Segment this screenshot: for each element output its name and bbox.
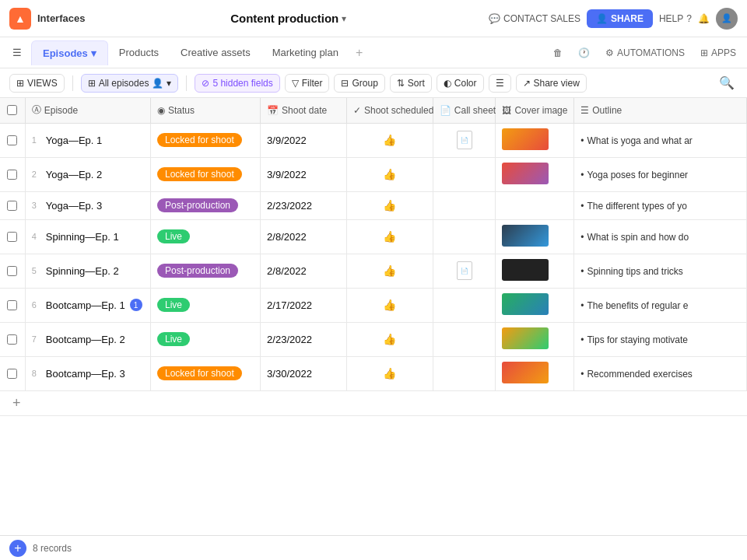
row-select-1[interactable] — [7, 170, 17, 180]
outline-cell-2: The different types of yo — [574, 191, 747, 219]
tab-episodes[interactable]: Episodes ▾ — [31, 40, 108, 65]
header-outline[interactable]: ☰ Outline — [574, 98, 747, 123]
row-select-2[interactable] — [7, 201, 17, 211]
group-button[interactable]: ⊟ Group — [334, 74, 384, 93]
all-episodes-view-button[interactable]: ⊞ All episodes 👤 ▾ — [81, 74, 179, 93]
share-view-icon: ↗ — [523, 78, 531, 89]
share-view-button[interactable]: ↗ Share view — [516, 74, 587, 93]
add-record-button[interactable]: + — [9, 540, 26, 557]
toolbar: ⊞ VIEWS ⊞ All episodes 👤 ▾ ⊘ 5 hidden fi… — [0, 68, 747, 98]
help-label: HELP — [659, 13, 683, 24]
row-select-5[interactable] — [7, 300, 17, 310]
table-row[interactable]: 1 Yoga—Ep. 1 Locked for shoot 3/9/2022 👍… — [0, 123, 747, 157]
row-checkbox-5[interactable] — [0, 288, 25, 322]
shoot-date-2: 2/23/2022 — [267, 200, 312, 212]
search-button[interactable]: 🔍 — [716, 72, 738, 93]
shoot-date-1: 3/9/2022 — [267, 169, 307, 180]
table-row[interactable]: 8 Bootcamp—Ep. 3 Locked for shoot 3/30/2… — [0, 356, 747, 390]
table-row[interactable]: 5 Spinning—Ep. 2 Post-production 2/8/202… — [0, 254, 747, 288]
episode-col-label: Episode — [44, 105, 78, 116]
episode-cell-1: 2 Yoga—Ep. 2 — [25, 157, 150, 191]
automations-icon: ⚙ — [605, 47, 614, 58]
header-cover-image[interactable]: 🖼 Cover image — [496, 98, 574, 123]
tab-creative-assets[interactable]: Creative assets — [170, 40, 261, 65]
cover-img-0 — [502, 128, 549, 150]
row-checkbox-7[interactable] — [0, 356, 25, 390]
callsheet-col-icon: 📄 — [440, 105, 451, 116]
select-all-checkbox[interactable] — [7, 105, 17, 115]
table-container[interactable]: Ⓐ Episode ◉ Status 📅 Shoot date — [0, 98, 747, 535]
top-nav-right: 💬 CONTACT SALES 👤 SHARE HELP ? 🔔 👤 — [489, 8, 738, 30]
contact-sales-button[interactable]: 💬 CONTACT SALES — [489, 13, 580, 24]
scheduled-check-6: 👍 — [383, 333, 396, 345]
row-select-0[interactable] — [7, 135, 17, 145]
share-button[interactable]: 👤 SHARE — [587, 9, 653, 28]
header-shoot-date[interactable]: 📅 Shoot date — [261, 98, 347, 123]
row-checkbox-1[interactable] — [0, 157, 25, 191]
add-tab-button[interactable]: + — [349, 43, 369, 63]
header-status[interactable]: ◉ Status — [151, 98, 261, 123]
title-chevron[interactable]: ▾ — [342, 13, 346, 24]
row-select-4[interactable] — [7, 266, 17, 276]
header-shoot-scheduled[interactable]: ✓ Shoot scheduled — [346, 98, 433, 123]
row-checkbox-3[interactable] — [0, 219, 25, 254]
cover-image-col-label: Cover image — [514, 105, 567, 116]
tab-products[interactable]: Products — [108, 40, 170, 65]
status-col-label: Status — [168, 105, 195, 116]
avatar-button[interactable]: 👤 — [716, 8, 738, 30]
row-number-1: 2 — [32, 170, 41, 179]
status-badge-7: Locked for shoot — [157, 366, 242, 380]
table-row[interactable]: 3 Yoga—Ep. 3 Post-production 2/23/2022 👍… — [0, 191, 747, 219]
hidden-fields-button[interactable]: ⊘ 5 hidden fields — [195, 74, 279, 93]
color-button[interactable]: ◐ Color — [437, 74, 484, 93]
menu-button[interactable]: ☰ — [6, 42, 28, 64]
tab-dropdown-icon: ▾ — [91, 47, 96, 59]
cover-image-cell-1 — [496, 157, 574, 191]
history-button[interactable]: 🕐 — [573, 44, 594, 61]
notifications-button[interactable]: 🔔 — [698, 13, 710, 24]
row-checkbox-2[interactable] — [0, 191, 25, 219]
table-row[interactable]: 4 Spinning—Ep. 1 Live 2/8/2022 👍 What is… — [0, 219, 747, 254]
sort-button[interactable]: ⇅ Sort — [390, 74, 432, 93]
row-number-5: 6 — [32, 300, 41, 310]
cover-img-4 — [502, 259, 549, 281]
table-row[interactable]: 6 Bootcamp—Ep. 1 1 Live 2/17/2022 👍 The … — [0, 288, 747, 322]
filter-button[interactable]: ▽ Filter — [285, 74, 330, 93]
add-record-row[interactable]: + — [0, 391, 747, 416]
shoot-date-cell-5: 2/17/2022 — [261, 288, 347, 322]
row-number-0: 1 — [32, 135, 41, 145]
apps-button[interactable]: ⊞ APPS — [696, 44, 741, 61]
header-checkbox[interactable] — [0, 98, 25, 123]
row-select-3[interactable] — [7, 232, 17, 242]
call-sheet-cell-1 — [433, 157, 496, 191]
shoot-date-0: 3/9/2022 — [267, 135, 307, 146]
automations-button[interactable]: ⚙ AUTOMATIONS — [601, 44, 689, 61]
record-count: 8 records — [33, 543, 72, 554]
call-sheet-cell-2 — [433, 191, 496, 219]
row-checkbox-6[interactable] — [0, 322, 25, 356]
row-height-button[interactable]: ☰ — [489, 74, 511, 93]
row-select-7[interactable] — [7, 369, 17, 379]
episode-cell-5: 6 Bootcamp—Ep. 1 1 — [25, 288, 150, 322]
header-call-sheet[interactable]: 📄 Call sheet — [433, 98, 496, 123]
header-episode[interactable]: Ⓐ Episode — [25, 98, 150, 123]
workspace-label: Interfaces — [37, 12, 85, 24]
table-row[interactable]: 7 Bootcamp—Ep. 2 Live 2/23/2022 👍 Tips f… — [0, 322, 747, 356]
tab-products-label: Products — [119, 47, 159, 58]
tab-marketing-plan[interactable]: Marketing plan — [261, 40, 349, 65]
table-row[interactable]: 2 Yoga—Ep. 2 Locked for shoot 3/9/2022 👍… — [0, 157, 747, 191]
row-select-6[interactable] — [7, 334, 17, 345]
outline-cell-7: Recommended exercises — [574, 356, 747, 390]
outline-col-icon: ☰ — [580, 105, 589, 116]
title-center: Content production ▾ — [94, 12, 482, 25]
row-checkbox-0[interactable] — [0, 123, 25, 157]
status-badge-3: Live — [157, 229, 190, 243]
delete-button[interactable]: 🗑 — [549, 44, 567, 61]
row-checkbox-4[interactable] — [0, 254, 25, 288]
cover-image-cell-5 — [496, 288, 574, 322]
help-button[interactable]: HELP ? — [659, 13, 692, 24]
episode-cell-3: 4 Spinning—Ep. 1 — [25, 219, 150, 254]
shoot-date-5: 2/17/2022 — [267, 299, 312, 311]
scheduled-col-icon: ✓ — [353, 105, 361, 116]
views-button[interactable]: ⊞ VIEWS — [9, 74, 65, 93]
